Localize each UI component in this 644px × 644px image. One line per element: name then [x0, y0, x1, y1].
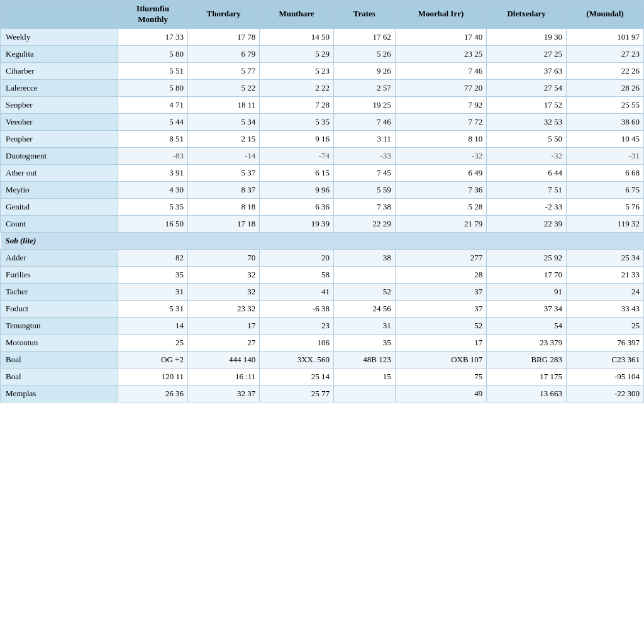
data-cell: 6 49 — [395, 164, 487, 181]
row-label: Adder — [1, 249, 118, 266]
data-cell: 77 20 — [395, 79, 487, 96]
data-cell: -32 — [395, 147, 487, 164]
data-cell: 38 — [333, 249, 395, 266]
data-cell: 3XX. 560 — [260, 351, 334, 368]
table-row: Veeoher5 445 345 357 467 7232 5338 60 — [1, 113, 644, 130]
data-cell: 5 22 — [187, 79, 259, 96]
data-cell: 7 46 — [395, 62, 487, 79]
data-cell: 17 62 — [333, 28, 395, 45]
data-cell: 48B 123 — [333, 351, 395, 368]
data-cell: 17 — [395, 334, 487, 351]
data-cell: 4 30 — [118, 181, 188, 198]
data-cell: 37 — [395, 283, 487, 300]
data-cell: 23 379 — [487, 334, 567, 351]
data-cell: 21 33 — [566, 266, 643, 283]
data-cell: 24 — [566, 283, 643, 300]
data-cell: 14 — [118, 317, 188, 334]
data-cell: -2 33 — [487, 198, 567, 215]
table-row: Weekly17 3317 7814 5017 6217 4019 30101 … — [1, 28, 644, 45]
row-label: Lalerecce — [1, 79, 118, 96]
data-cell: -22 300 — [566, 385, 643, 402]
row-label: Senpber — [1, 96, 118, 113]
data-cell: 82 — [118, 249, 188, 266]
row-label: Kegulita — [1, 45, 118, 62]
data-cell: 5 31 — [118, 300, 188, 317]
row-label: Foduct — [1, 300, 118, 317]
table-row: Sob (lite) — [1, 232, 644, 249]
data-cell — [333, 385, 395, 402]
data-cell: 8 51 — [118, 130, 188, 147]
data-cell: 6 36 — [260, 198, 334, 215]
row-label: Motontun — [1, 334, 118, 351]
data-cell: 5 51 — [118, 62, 188, 79]
data-cell: 35 — [118, 266, 188, 283]
data-cell: 9 16 — [260, 130, 334, 147]
data-cell: 9 96 — [260, 181, 334, 198]
data-cell: 7 36 — [395, 181, 487, 198]
data-cell: 106 — [260, 334, 334, 351]
row-label: Duotogment — [1, 147, 118, 164]
data-cell: 26 36 — [118, 385, 188, 402]
table-row: Duotogment-83-14-74-33-32-32-31 — [1, 147, 644, 164]
data-cell: 13 663 — [487, 385, 567, 402]
data-cell: 8 37 — [187, 181, 259, 198]
data-cell: 6 79 — [187, 45, 259, 62]
data-cell: 49 — [395, 385, 487, 402]
data-cell: 19 39 — [260, 215, 334, 232]
data-cell: 5 44 — [118, 113, 188, 130]
data-cell: 27 54 — [487, 79, 567, 96]
data-cell: 25 77 — [260, 385, 334, 402]
data-cell: 33 43 — [566, 300, 643, 317]
data-cell: 32 37 — [187, 385, 259, 402]
data-cell: 37 34 — [487, 300, 567, 317]
data-cell: 4 71 — [118, 96, 188, 113]
data-cell: 8 18 — [187, 198, 259, 215]
table-row: Ciharber5 515 775 239 267 4637 6322 26 — [1, 62, 644, 79]
data-cell: BRG 283 — [487, 351, 567, 368]
data-cell: 58 — [260, 266, 334, 283]
data-cell: 5 26 — [333, 45, 395, 62]
data-cell: -95 104 — [566, 368, 643, 385]
row-label: Ather out — [1, 164, 118, 181]
row-label: Count — [1, 215, 118, 232]
data-cell — [333, 266, 395, 283]
data-cell: 25 92 — [487, 249, 567, 266]
data-cell: 2 57 — [333, 79, 395, 96]
data-cell: 15 — [333, 368, 395, 385]
data-cell: 17 70 — [487, 266, 567, 283]
data-cell: 41 — [260, 283, 334, 300]
table-row: Motontun2527106351723 37976 397 — [1, 334, 644, 351]
data-cell: 10 45 — [566, 130, 643, 147]
data-cell: 8 10 — [395, 130, 487, 147]
row-label: Furilies — [1, 266, 118, 283]
table-row: Senpber4 7118 117 2819 257 9217 5225 55 — [1, 96, 644, 113]
data-cell: 7 45 — [333, 164, 395, 181]
table-row: Genital5 358 186 367 385 28-2 335 76 — [1, 198, 644, 215]
data-cell: 22 39 — [487, 215, 567, 232]
data-cell: 17 — [187, 317, 259, 334]
data-cell: 31 — [333, 317, 395, 334]
data-cell: 31 — [118, 283, 188, 300]
data-cell: OXB 107 — [395, 351, 487, 368]
data-cell: -83 — [118, 147, 188, 164]
row-label: Penpher — [1, 130, 118, 147]
row-label: Tacher — [1, 283, 118, 300]
data-cell: 23 — [260, 317, 334, 334]
data-cell: 24 56 — [333, 300, 395, 317]
table-row: Ather out3 915 376 157 456 496 446 68 — [1, 164, 644, 181]
data-cell: 5 80 — [118, 79, 188, 96]
data-cell: 17 40 — [395, 28, 487, 45]
data-cell: 20 — [260, 249, 334, 266]
data-cell: -6 38 — [260, 300, 334, 317]
data-cell: 25 34 — [566, 249, 643, 266]
data-cell: 25 55 — [566, 96, 643, 113]
col-header-munthare: Munthare — [260, 1, 334, 29]
row-label: Weekly — [1, 28, 118, 45]
data-cell: 101 97 — [566, 28, 643, 45]
row-label: Veeoher — [1, 113, 118, 130]
data-cell: 6 75 — [566, 181, 643, 198]
table-row: Furilies3532582817 7021 33 — [1, 266, 644, 283]
data-cell: 25 — [566, 317, 643, 334]
data-cell: 17 52 — [487, 96, 567, 113]
col-header-thordary: Thordary — [187, 1, 259, 29]
